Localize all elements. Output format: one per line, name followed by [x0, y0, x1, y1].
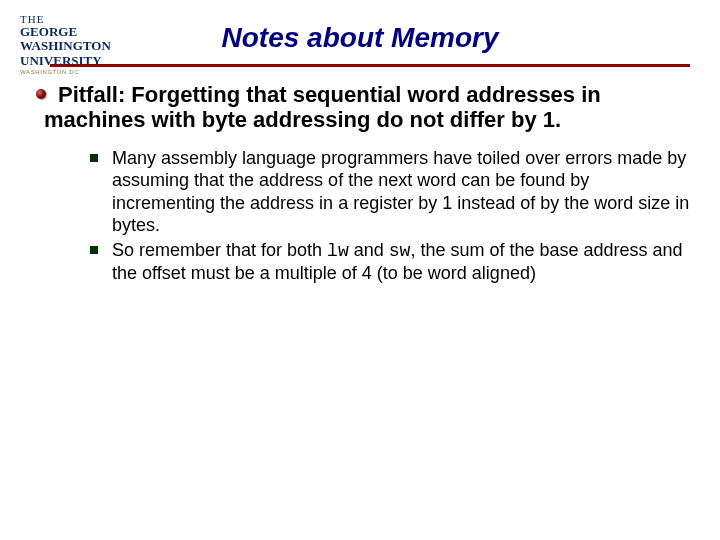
- sub-item-1: Many assembly language programmers have …: [90, 147, 692, 237]
- sub-item-2-text-b: and: [349, 240, 389, 260]
- sub-item-2-text-a: So remember that for both: [112, 240, 327, 260]
- pitfall-item: Pitfall: Forgetting that sequential word…: [40, 82, 692, 133]
- code-sw: sw: [389, 241, 411, 261]
- code-lw: lw: [327, 241, 349, 261]
- pitfall-text: Forgetting that sequential word addresse…: [44, 82, 601, 132]
- slide-content: Pitfall: Forgetting that sequential word…: [40, 82, 692, 287]
- sub-item-1-text: Many assembly language programmers have …: [112, 148, 689, 236]
- slide: THE GEORGE WASHINGTON UNIVERSITY WASHING…: [0, 0, 720, 540]
- title-divider: [50, 64, 690, 67]
- sub-item-2: So remember that for both lw and sw, the…: [90, 239, 692, 285]
- logo-tagline: WASHINGTON DC: [20, 69, 120, 75]
- square-bullet-icon: [90, 154, 98, 162]
- sphere-bullet-icon: [34, 87, 48, 101]
- square-bullet-icon: [90, 246, 98, 254]
- slide-title: Notes about Memory: [0, 22, 720, 54]
- sub-bullet-list: Many assembly language programmers have …: [40, 147, 692, 285]
- pitfall-label: Pitfall:: [58, 82, 125, 107]
